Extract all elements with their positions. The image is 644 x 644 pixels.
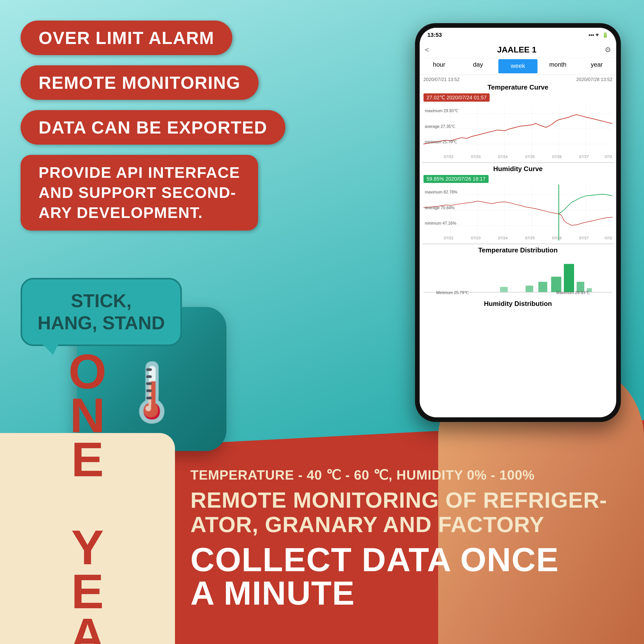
app-header: < JAALEE 1 ⚙ bbox=[420, 42, 616, 58]
svg-text:07/27: 07/27 bbox=[579, 236, 589, 240]
speech-bubble-text: STICK, HANG, STAND bbox=[38, 290, 165, 334]
svg-rect-42 bbox=[538, 282, 547, 292]
temp-dist-title: Temperature Distribution bbox=[424, 246, 612, 254]
svg-text:07/25: 07/25 bbox=[525, 155, 535, 159]
date-end: 2020/07/28 13:52 bbox=[576, 77, 612, 82]
feature-alarm: OVER LIMIT ALARM bbox=[21, 21, 232, 55]
feature-api: PROVIDE API INTERFACEAND SUPPORT SECOND-… bbox=[21, 155, 258, 231]
time-display: 13:53 bbox=[427, 32, 442, 38]
collect-data-label: COLLECT DATA ONCEA MINUTE bbox=[190, 543, 629, 610]
remote-monitoring-label: REMOTE MONITORING OF REFRIGER-ATOR, GRAN… bbox=[190, 488, 629, 536]
tab-month[interactable]: month bbox=[539, 58, 577, 75]
svg-text:average 70.84%: average 70.84% bbox=[425, 206, 455, 210]
svg-text:07/23: 07/23 bbox=[471, 155, 481, 159]
app-title: JAALEE 1 bbox=[497, 45, 536, 55]
humidity-dist-title: Humidity Distribution bbox=[424, 300, 612, 308]
tab-year[interactable]: year bbox=[577, 58, 616, 75]
back-icon[interactable]: < bbox=[425, 46, 429, 54]
svg-text:minimum 25.79℃: minimum 25.79℃ bbox=[425, 140, 457, 144]
bottom-right-panel: TEMPERATURE - 40 ℃ - 60 ℃, HUMIDITY 0% -… bbox=[175, 433, 644, 644]
svg-text:07/24: 07/24 bbox=[498, 155, 508, 159]
humidity-dist: Humidity Distribution bbox=[420, 298, 616, 312]
svg-text:07/27: 07/27 bbox=[579, 155, 589, 159]
svg-text:maximum 82.78%: maximum 82.78% bbox=[425, 190, 457, 194]
phone-outer: 13:53 ▪▪▪ ᯤ 🔋 < JAALEE 1 ⚙ hour day week bbox=[415, 23, 621, 422]
humidity-chart-title: Humidity Curve bbox=[424, 165, 612, 173]
settings-icon[interactable]: ⚙ bbox=[605, 46, 611, 54]
svg-text:Maximum 29.93℃: Maximum 29.93℃ bbox=[556, 290, 590, 295]
temp-chart-svg: maximum 29.93℃ average 27.35℃ minimum 25… bbox=[424, 103, 612, 159]
temperature-chart: 2020/07/21 13:52 2020/07/28 13:52 Temper… bbox=[420, 75, 616, 162]
tab-day[interactable]: day bbox=[458, 58, 497, 75]
temp-range-line: TEMPERATURE - 40 ℃ - 60 ℃, HUMIDITY 0% -… bbox=[190, 467, 629, 483]
feature-monitoring: REMOTE MONITORING bbox=[21, 65, 259, 100]
humidity-chart-svg: maximum 82.78% average 70.84% minimum 47… bbox=[424, 184, 612, 241]
date-start: 2020/07/21 13:52 bbox=[424, 77, 460, 82]
svg-text:07/26: 07/26 bbox=[552, 155, 562, 159]
svg-text:average 27.35℃: average 27.35℃ bbox=[425, 124, 455, 129]
tab-hour[interactable]: hour bbox=[420, 58, 458, 75]
temp-distribution: Temperature Distribution Minimum 25.79℃ … bbox=[420, 244, 616, 298]
feature-export: DATA CAN BE EXPORTED bbox=[21, 110, 285, 145]
temp-dist-svg: Minimum 25.79℃ Maximum 29.93℃ bbox=[424, 256, 612, 295]
svg-text:maximum 29.93℃: maximum 29.93℃ bbox=[425, 109, 458, 113]
svg-text:Minimum 25.79℃: Minimum 25.79℃ bbox=[436, 290, 469, 295]
battery-icons: ▪▪▪ ᯤ 🔋 bbox=[589, 32, 608, 38]
tab-week[interactable]: week bbox=[498, 59, 537, 73]
phone-screen: 13:53 ▪▪▪ ᯤ 🔋 < JAALEE 1 ⚙ hour day week bbox=[420, 28, 616, 417]
temp-tooltip: 27.02℃ 2020/07/24 01:57 bbox=[424, 93, 490, 102]
one-year-text: ONEYEAR bbox=[68, 349, 107, 644]
humidity-tooltip: 59.85% 2020/07/26 18:17 bbox=[424, 175, 489, 183]
thermometer-icon: 🌡️ bbox=[117, 359, 187, 426]
svg-text:07/25: 07/25 bbox=[525, 236, 535, 240]
phone-mockup: 13:53 ▪▪▪ ᯤ 🔋 < JAALEE 1 ⚙ hour day week bbox=[402, 8, 639, 419]
svg-text:07/28: 07/28 bbox=[605, 155, 612, 159]
svg-text:07/26: 07/26 bbox=[552, 236, 562, 240]
svg-text:07/28: 07/28 bbox=[605, 236, 612, 240]
svg-text:07/23: 07/23 bbox=[471, 236, 481, 240]
tab-bar: hour day week month year bbox=[420, 58, 616, 75]
svg-rect-40 bbox=[500, 287, 508, 292]
svg-text:07/22: 07/22 bbox=[444, 236, 453, 240]
bottom-section: ONEYEAR EXTENSION TEMPERATURE - 40 ℃ - 6… bbox=[0, 433, 644, 644]
chart-date-range: 2020/07/21 13:52 2020/07/28 13:52 bbox=[424, 77, 612, 82]
svg-text:07/22: 07/22 bbox=[444, 155, 453, 159]
svg-text:minimum 47.16%: minimum 47.16% bbox=[425, 221, 456, 225]
one-year-badge: ONEYEAR EXTENSION bbox=[0, 433, 175, 644]
temp-chart-title: Temperature Curve bbox=[424, 83, 612, 91]
svg-rect-43 bbox=[551, 277, 561, 292]
speech-bubble: STICK, HANG, STAND bbox=[21, 278, 182, 346]
svg-rect-41 bbox=[526, 286, 533, 292]
humidity-chart: Humidity Curve 59.85% 2020/07/26 18:17 bbox=[420, 163, 616, 244]
svg-text:07/24: 07/24 bbox=[498, 236, 508, 240]
status-bar: 13:53 ▪▪▪ ᯤ 🔋 bbox=[420, 28, 616, 42]
svg-rect-39 bbox=[564, 264, 574, 292]
features-panel: OVER LIMIT ALARM REMOTE MONITORING DATA … bbox=[21, 21, 304, 241]
